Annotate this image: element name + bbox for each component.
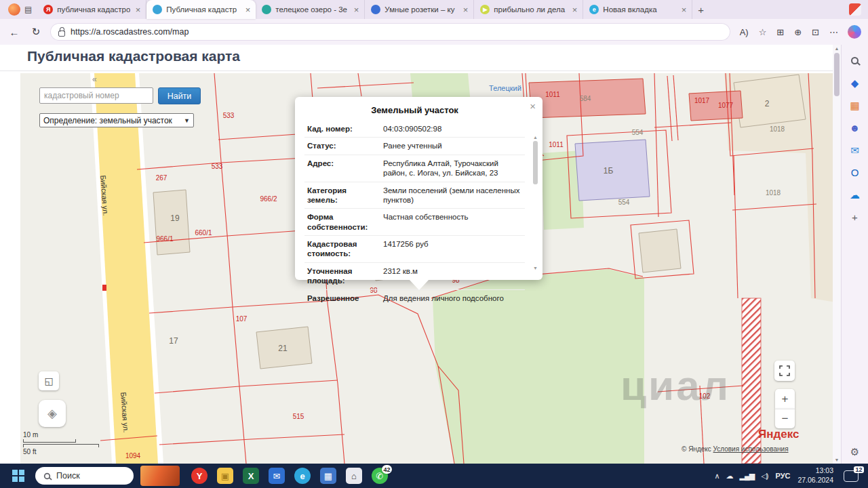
- parcel-number-label: 533: [212, 163, 223, 170]
- sidebar-settings-icon[interactable]: ⚙: [850, 447, 859, 457]
- popup-pointer: [409, 279, 429, 290]
- search-icon[interactable]: [851, 56, 859, 66]
- info-value: Республика Алтай, Турочакский район, с. …: [380, 155, 525, 182]
- popup-scroll-thumb[interactable]: [533, 141, 538, 184]
- volume-tray-icon[interactable]: ◁): [761, 472, 768, 481]
- excel-icon[interactable]: X: [238, 464, 264, 488]
- split-screen-icon[interactable]: ⊞: [776, 27, 784, 37]
- people-icon[interactable]: ☻: [850, 123, 861, 133]
- cadastral-number-input[interactable]: [39, 87, 153, 104]
- more-options-icon[interactable]: ⋯: [829, 27, 838, 37]
- cloud-tray-icon[interactable]: ☁: [726, 472, 733, 481]
- tab-actions-icon[interactable]: ▤: [24, 5, 32, 14]
- notification-center-button[interactable]: 12: [844, 470, 859, 482]
- extensions-icon[interactable]: ⊡: [812, 27, 819, 37]
- browser-widget-icon[interactable]: [849, 3, 861, 16]
- hidden-icons-chevron[interactable]: ∧: [715, 472, 719, 481]
- app-glyph: ✉: [269, 468, 285, 484]
- parcel-number-label: 1018: [766, 189, 781, 197]
- tab-favicon-icon: [371, 5, 380, 14]
- info-value: 2312 кв.м: [380, 262, 525, 289]
- map-canvas[interactable]: 53353326719966/1660/1966/210717215159898…: [20, 73, 833, 464]
- bank-client-icon[interactable]: ⌂: [341, 464, 367, 488]
- add-sidebar-item-icon[interactable]: +: [852, 212, 858, 222]
- yandex-browser-icon[interactable]: Y: [186, 464, 212, 488]
- taskbar-search[interactable]: Поиск: [35, 467, 134, 485]
- whatsapp-icon[interactable]: ✆42: [367, 464, 393, 488]
- collections-icon[interactable]: ⊕: [794, 27, 802, 37]
- taskbar-apps: Y▣X✉e▦⌂✆42: [186, 464, 393, 488]
- tray-icons: ∧☁▂▄▆◁): [715, 472, 768, 481]
- tab-close-icon[interactable]: ×: [680, 5, 688, 15]
- app-glyph: X: [243, 468, 259, 484]
- browser-tab[interactable]: eНовая вкладка×: [583, 0, 692, 19]
- widgets-thumbnail[interactable]: [140, 466, 180, 486]
- favorites-star-icon[interactable]: ☆: [759, 27, 767, 37]
- tab-close-icon[interactable]: ×: [244, 5, 252, 15]
- browser-tab[interactable]: Япубличная кадастро×: [37, 0, 146, 19]
- browser-tab[interactable]: ▶прибыльно ли дела×: [474, 0, 583, 19]
- parcel-info-popup: × Земельный участок Кад. номер:04:03:090…: [295, 97, 542, 280]
- layers-button[interactable]: ◈: [39, 400, 66, 427]
- fullscreen-button[interactable]: [774, 361, 795, 381]
- tab-close-icon[interactable]: ×: [134, 5, 142, 15]
- info-row: Кадастровая стоимость:1417256 руб: [304, 236, 525, 263]
- messages-icon[interactable]: ✉: [850, 145, 859, 155]
- basket-icon[interactable]: ▦: [850, 100, 859, 110]
- tab-close-icon[interactable]: ×: [571, 5, 579, 15]
- drive-icon[interactable]: ☁: [850, 190, 860, 200]
- scroll-up-icon[interactable]: ▲: [835, 46, 840, 51]
- profile-avatar[interactable]: [8, 3, 20, 16]
- definition-select[interactable]: Определение: земельный участок ▼: [39, 113, 194, 127]
- tab-favicon-icon: ▶: [480, 5, 490, 14]
- info-label: Кадастровая стоимость:: [304, 236, 380, 263]
- popup-scrollbar[interactable]: ▲ ▼: [532, 135, 539, 270]
- windows-logo-icon: [12, 470, 24, 482]
- browser-tab[interactable]: телецкое озеро - 3е×: [256, 0, 365, 19]
- popup-close-icon[interactable]: ×: [530, 100, 536, 112]
- parcel-number-label: 107: [236, 315, 248, 323]
- tab-close-icon[interactable]: ×: [353, 5, 361, 15]
- new-tab-button[interactable]: +: [698, 4, 704, 16]
- minimap-button[interactable]: ◱: [39, 371, 59, 390]
- popup-scroll-up-icon[interactable]: ▲: [533, 135, 538, 140]
- file-explorer-icon[interactable]: ▣: [212, 464, 238, 488]
- parcel-number-label: 19: [170, 214, 179, 223]
- office-table-icon[interactable]: ▦: [315, 464, 341, 488]
- edge-icon[interactable]: e: [290, 464, 315, 488]
- popup-scroll-down-icon[interactable]: ▼: [533, 266, 538, 270]
- edge-sidebar-icons: ◆▦☻✉O☁+: [850, 56, 861, 222]
- back-button[interactable]: ←: [7, 26, 22, 38]
- parcel-number-label: Телецкий: [489, 84, 521, 92]
- parcel-number-label: 21: [278, 344, 287, 353]
- edge-sidebar: ◆▦☻✉O☁+ ⚙: [841, 45, 868, 464]
- scrollbar-thumb[interactable]: [834, 53, 840, 96]
- terms-link[interactable]: Условия использования: [713, 445, 789, 453]
- browser-tab[interactable]: Умные розетки – ку×: [365, 0, 474, 19]
- info-value: Для ведения личного подсобного: [380, 289, 525, 306]
- zoom-in-button[interactable]: +: [775, 389, 795, 409]
- notification-count-badge: 12: [854, 466, 864, 473]
- popup-title: Земельный участок: [304, 105, 525, 115]
- read-aloud-icon[interactable]: A): [740, 27, 749, 37]
- tab-label: Публичная кадастр: [166, 5, 239, 14]
- info-value: 04:03:090502:98: [380, 121, 525, 138]
- mail-icon[interactable]: ✉: [264, 464, 290, 488]
- zoom-out-button[interactable]: −: [775, 409, 795, 428]
- page-scrollbar[interactable]: ▲ ▼: [833, 45, 841, 464]
- taskbar-clock[interactable]: 13:03 27.06.2024: [797, 466, 833, 485]
- url-bar[interactable]: https://a.roscadastres.com/map: [50, 23, 730, 41]
- shopping-tag-icon[interactable]: ◆: [851, 78, 859, 88]
- map-search-button[interactable]: Найти: [158, 87, 201, 104]
- language-indicator[interactable]: РУС: [775, 472, 790, 480]
- browser-tab[interactable]: Публичная кадастр×: [146, 0, 256, 19]
- tab-close-icon[interactable]: ×: [462, 5, 470, 15]
- outlook-icon[interactable]: O: [851, 167, 859, 178]
- refresh-button[interactable]: ↻: [28, 26, 43, 38]
- network-tray-icon[interactable]: ▂▄▆: [740, 472, 755, 481]
- panel-collapse-icon[interactable]: «: [92, 75, 97, 84]
- screen: { "ui": {"up": "▲", "down": "▼"}, "brows…: [0, 0, 868, 488]
- scroll-down-icon[interactable]: ▼: [835, 458, 840, 462]
- copilot-icon[interactable]: [848, 25, 861, 39]
- start-button[interactable]: [5, 464, 31, 488]
